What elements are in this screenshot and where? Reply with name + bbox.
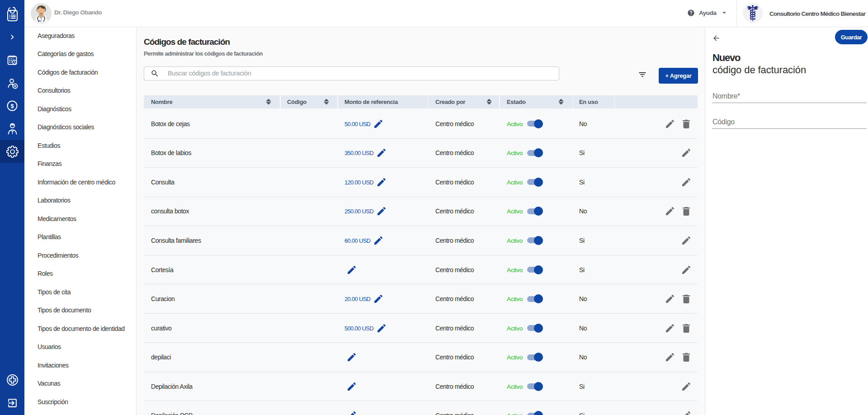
svg-text:$: $ [10,103,14,109]
